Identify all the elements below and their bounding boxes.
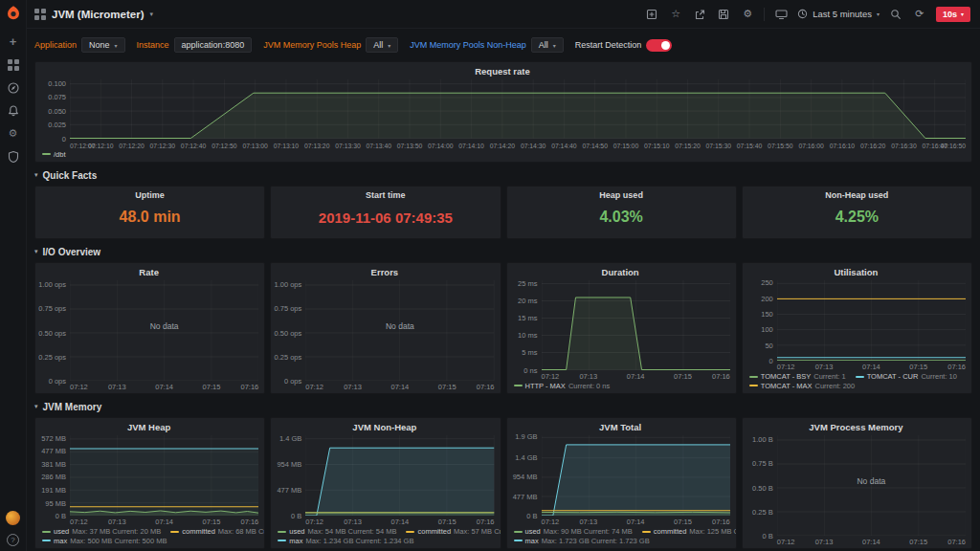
filter-label: Restart Detection [575, 40, 642, 50]
legend-item[interactable]: maxMax: 1.723 GB Current: 1.723 GB [514, 537, 650, 546]
legend-series-name: /dbt [54, 150, 66, 160]
filter-label: JVM Memory Pools Heap [263, 40, 361, 50]
x-axis: 07:1207:1307:1407:1507:16 [305, 382, 494, 391]
panel-title[interactable]: Rate [39, 266, 258, 279]
chart-svg [70, 435, 258, 516]
legend-item[interactable]: TOMCAT - BSYCurrent: 1 [749, 372, 846, 382]
refresh-interval-value: 10s [943, 10, 957, 19]
legend-item[interactable]: maxMax: 1.234 GB Current: 1.234 GB [278, 537, 413, 546]
legend-series-name: HTTP - MAX [525, 382, 566, 391]
stat-title: Non-Heap used [746, 190, 968, 200]
panel-title[interactable]: JVM Heap [39, 421, 258, 434]
legend-swatch-icon [42, 540, 51, 541]
dashboards-icon[interactable] [6, 57, 20, 72]
panel-title[interactable]: Duration [511, 266, 730, 279]
section-title: JVM Memory [43, 402, 102, 412]
plot-area[interactable]: 07:1207:1307:1407:1507:16 [305, 434, 494, 526]
help-icon[interactable]: ? [7, 534, 19, 546]
refresh-icon[interactable]: ⟳ [912, 7, 927, 22]
dashboard-grid-icon [34, 9, 46, 20]
save-icon[interactable] [716, 7, 731, 22]
settings-gear-icon[interactable]: ⚙ [740, 7, 755, 22]
application-dropdown[interactable]: None ▾ [81, 37, 125, 53]
legend-item[interactable]: committedMax: 125 MB Current: 125 MB [642, 527, 737, 537]
legend-item[interactable]: committedMax: 68 MB Current: 66 MB [170, 527, 265, 537]
panel-title[interactable]: Errors [275, 266, 494, 279]
panel-title[interactable]: JVM Non-Heap [275, 421, 494, 434]
user-avatar[interactable] [6, 511, 20, 525]
stat-panel-uptime: Uptime 48.0 min [34, 186, 265, 239]
plot-area[interactable]: 07:1207:1307:1407:1507:16No data [305, 279, 494, 391]
plot-area[interactable]: 07:1207:1307:1407:1507:16No data [70, 279, 258, 391]
plot-area[interactable]: 07:12:0007:12:1007:12:2007:12:3007:12:40… [70, 78, 966, 149]
restart-detection-toggle[interactable] [646, 39, 672, 52]
legend-item[interactable]: committedMax: 57 MB Current: 57 MB [406, 527, 501, 537]
y-axis: 1.9 GB1.4 GB954 MB477 MB0 B [511, 434, 542, 516]
legend-item[interactable]: /dbt [42, 150, 66, 160]
add-panel-icon[interactable] [644, 7, 659, 22]
section-io-overview[interactable]: ▾ I/O Overview [34, 244, 972, 259]
star-icon[interactable]: ☆ [668, 7, 683, 22]
chevron-down-icon[interactable]: ▾ [150, 11, 154, 18]
plot-area[interactable]: 07:1207:1307:1407:1507:16 [542, 434, 730, 526]
filter-nonheap-pool: JVM Memory Pools Non-Heap All ▾ [410, 37, 564, 53]
configuration-gear-icon[interactable]: ⚙ [6, 126, 20, 141]
create-plus-icon[interactable]: + [6, 34, 20, 49]
chevron-down-icon: ▾ [34, 403, 38, 410]
nonheap-pool-dropdown[interactable]: All ▾ [531, 37, 564, 53]
share-icon[interactable] [692, 7, 707, 22]
tv-kiosk-icon[interactable] [773, 7, 789, 22]
plot-area[interactable]: 07:1207:1307:1407:1507:16 [70, 434, 258, 526]
filter-instance: Instance application:8080 [137, 37, 253, 53]
plot-area[interactable]: 07:1207:1307:1407:1507:16 [777, 279, 966, 371]
legend-item[interactable]: usedMax: 54 MB Current: 54 MB [278, 527, 396, 537]
zoom-out-icon[interactable] [888, 7, 903, 22]
explore-compass-icon[interactable] [6, 80, 20, 95]
x-axis: 07:1207:1307:1407:1507:16 [777, 362, 966, 371]
filter-label: Instance [137, 40, 169, 50]
no-data-text: No data [305, 321, 494, 331]
legend-series-values: Max: 1.723 GB Current: 1.723 GB [542, 537, 650, 546]
legend-series-name: committed [654, 527, 687, 537]
stat-panel-start-time: Start time 2019-11-06 07:49:35 [270, 186, 501, 239]
chart-svg [542, 280, 730, 370]
legend-item[interactable]: HTTP - MAXCurrent: 0 ns [514, 382, 611, 391]
time-range-picker[interactable]: Last 5 minutes ▾ [797, 9, 880, 19]
legend-item[interactable]: TOMCAT - CURCurrent: 10 [856, 372, 957, 382]
stat-title: Heap used [511, 190, 732, 200]
refresh-interval-dropdown[interactable]: 10s ▾ [936, 7, 970, 22]
panel-title[interactable]: Utilisation [746, 266, 966, 279]
legend-swatch-icon [514, 540, 523, 541]
panel-rate: Rate1.00 ops0.75 ops0.50 ops0.25 ops0 op… [34, 262, 265, 394]
chart-svg [777, 280, 966, 361]
panel-title[interactable]: JVM Process Memory [746, 421, 966, 434]
legend-swatch-icon [406, 531, 414, 533]
heap-pool-dropdown[interactable]: All ▾ [366, 37, 398, 53]
stat-value: 4.25% [746, 200, 968, 234]
plot-area[interactable]: 07:1207:1307:1407:1507:16 [542, 279, 730, 381]
panel-title[interactable]: Request rate [39, 65, 966, 78]
panel-title[interactable]: JVM Total [511, 421, 730, 434]
instance-input[interactable]: application:8080 [174, 37, 253, 53]
navbar: JVM (Micrometer) ▾ ☆ ⚙ [27, 0, 980, 29]
filter-label: JVM Memory Pools Non-Heap [410, 40, 526, 50]
legend-series-name: committed [417, 527, 451, 537]
chevron-down-icon: ▾ [553, 42, 556, 49]
legend-item[interactable]: usedMax: 90 MB Current: 74 MB [514, 527, 633, 537]
alerting-bell-icon[interactable] [6, 103, 20, 118]
section-quick-facts[interactable]: ▾ Quick Facts [34, 167, 972, 183]
legend-item[interactable]: usedMax: 37 MB Current: 20 MB [42, 527, 161, 537]
legend-item[interactable]: maxMax: 500 MB Current: 500 MB [42, 537, 167, 546]
plot-area[interactable]: 07:1207:1307:1407:1507:16No data [777, 434, 966, 546]
divider [764, 8, 765, 21]
legend-swatch-icon [749, 376, 758, 378]
stat-value: 2019-11-06 07:49:35 [275, 200, 496, 234]
x-axis: 07:12:0007:12:1007:12:2007:12:3007:12:40… [70, 140, 966, 149]
dashboard-title[interactable]: JVM (Micrometer) [52, 9, 145, 20]
legend-item[interactable]: TOMCAT - MAXCurrent: 200 [749, 382, 855, 391]
section-jvm-memory[interactable]: ▾ JVM Memory [34, 399, 972, 414]
admin-shield-icon[interactable] [6, 149, 20, 164]
stat-value: 4.03% [511, 200, 732, 234]
legend: TOMCAT - BSYCurrent: 1TOMCAT - CURCurren… [746, 371, 966, 391]
grafana-logo-icon[interactable] [5, 5, 22, 22]
